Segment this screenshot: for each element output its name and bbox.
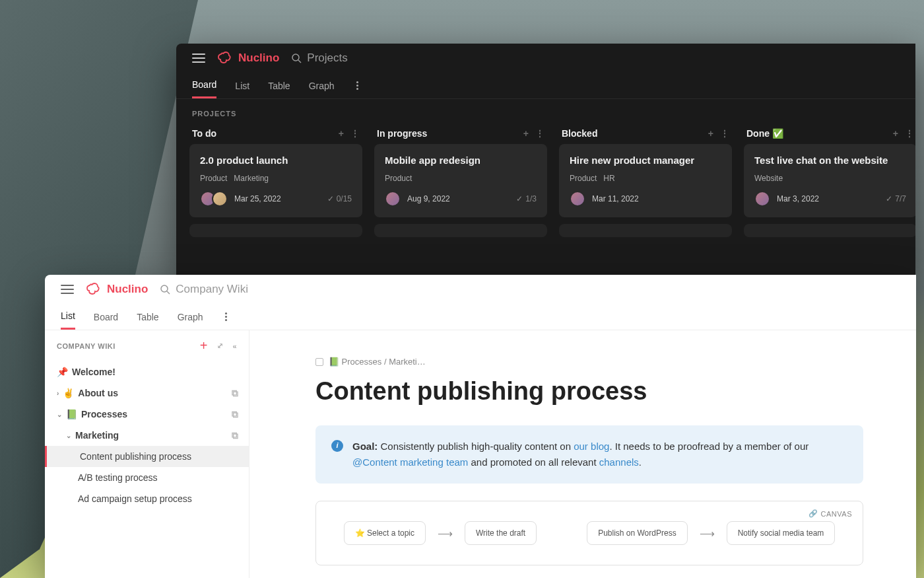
canvas-badge: 🔗 CANVAS — [808, 509, 852, 518]
tab-graph[interactable]: Graph — [178, 305, 203, 329]
board: To do +⋮ 2.0 product launch ProductMarke… — [176, 123, 915, 237]
card-date: Mar 11, 2022 — [592, 194, 639, 203]
menu-button[interactable] — [61, 285, 74, 294]
brain-icon — [86, 283, 103, 296]
tab-more-icon[interactable] — [353, 81, 362, 90]
copy-icon[interactable]: ⧉ — [232, 388, 238, 399]
menu-button[interactable] — [192, 54, 205, 63]
add-button[interactable]: + — [200, 338, 208, 353]
column-header: In progress +⋮ — [374, 123, 547, 144]
svg-point-0 — [292, 54, 299, 61]
tree-item-content-publishing[interactable]: Content publishing process — [45, 446, 249, 467]
search[interactable]: Company Wiki — [160, 283, 248, 296]
tree: 📌 Welcome! › ✌️ About us⧉ ⌄ 📗 Processes⧉… — [45, 361, 249, 509]
page-content: 📗 Processes / Marketi… Content publishin… — [249, 330, 916, 565]
card-tags: Website — [754, 174, 906, 183]
app-logo[interactable]: Nuclino — [217, 52, 279, 65]
column-header: To do +⋮ — [189, 123, 362, 144]
card[interactable]: Test live chat on the website Website Ma… — [744, 144, 915, 217]
info-icon: i — [331, 440, 343, 452]
flow-step[interactable]: Publish on WordPress — [587, 521, 688, 545]
tab-table[interactable]: Table — [137, 305, 158, 329]
card-title: Hire new product manager — [570, 155, 721, 166]
progress: ✓ 7/7 — [886, 194, 906, 203]
arrow-icon: ⟶ — [438, 527, 453, 540]
card[interactable] — [744, 224, 915, 237]
avatar[interactable] — [385, 191, 401, 207]
sidebar: COMPANY WIKI + ⤢ « 📌 Welcome! › ✌️ About… — [45, 330, 249, 578]
sidebar-header: COMPANY WIKI + ⤢ « — [45, 330, 249, 361]
tree-marketing[interactable]: ⌄ Marketing⧉ — [45, 425, 249, 446]
tab-graph[interactable]: Graph — [309, 74, 335, 98]
breadcrumb[interactable]: 📗 Processes / Marketi… — [315, 357, 863, 367]
search[interactable]: Projects — [291, 52, 347, 65]
add-card-button[interactable]: + — [893, 128, 898, 139]
add-card-button[interactable]: + — [523, 128, 529, 139]
search-icon — [160, 284, 170, 295]
flow-step[interactable]: Write the draft — [465, 521, 537, 545]
flow-step[interactable]: Notify social media team — [727, 521, 836, 545]
expand-icon[interactable]: ⤢ — [217, 342, 224, 350]
search-icon — [291, 53, 302, 63]
card-title: 2.0 product launch — [200, 155, 352, 166]
card-title: Test live chat on the website — [754, 155, 906, 166]
link-channels[interactable]: channels — [599, 456, 639, 468]
card[interactable]: 2.0 product launch ProductMarketing Mar … — [189, 144, 362, 217]
tree-about[interactable]: › ✌️ About us⧉ — [45, 382, 249, 404]
card[interactable] — [189, 224, 362, 237]
topbar: Nuclino Projects — [176, 44, 915, 73]
copy-icon[interactable]: ⧉ — [232, 409, 238, 420]
goal-callout: i Goal: Consistently publish high-qualit… — [315, 425, 863, 484]
tab-board[interactable]: Board — [94, 305, 118, 329]
card[interactable] — [559, 224, 732, 237]
flow-step[interactable]: ⭐ Select a topic — [344, 521, 426, 545]
column-header: Done ✅ +⋮ — [744, 123, 915, 144]
tree-processes[interactable]: ⌄ 📗 Processes⧉ — [45, 404, 249, 425]
card-title: Mobile app redesign — [385, 155, 537, 166]
tree-welcome[interactable]: 📌 Welcome! — [45, 361, 249, 382]
card[interactable]: Hire new product manager ProductHR Mar 1… — [559, 144, 732, 217]
tab-list[interactable]: List — [61, 304, 75, 330]
section-label: PROJECTS — [176, 99, 915, 123]
tab-more-icon[interactable] — [222, 312, 231, 321]
page-title: Content publishing process — [315, 377, 863, 406]
add-card-button[interactable]: + — [708, 128, 713, 139]
column-more-icon[interactable]: ⋮ — [350, 128, 360, 139]
svg-line-1 — [298, 60, 301, 63]
tree-item-ad-campaign[interactable]: Ad campaign setup process — [45, 488, 249, 509]
topbar: Nuclino Company Wiki — [45, 275, 916, 304]
app-logo[interactable]: Nuclino — [86, 283, 148, 296]
link-team[interactable]: @Content marketing team — [352, 456, 468, 468]
svg-line-3 — [167, 291, 170, 294]
card-tags: Product — [385, 174, 537, 183]
avatar[interactable] — [212, 191, 228, 207]
checkbox-icon[interactable] — [315, 358, 323, 366]
card[interactable] — [374, 224, 547, 237]
progress: ✓ 1/3 — [516, 194, 537, 203]
column-more-icon[interactable]: ⋮ — [720, 128, 729, 139]
column-more-icon[interactable]: ⋮ — [535, 128, 544, 139]
view-tabs: Board List Table Graph — [176, 73, 915, 99]
wiki-window: Nuclino Company Wiki List Board Table Gr… — [45, 275, 916, 578]
tree-item-ab-testing[interactable]: A/B testing process — [45, 467, 249, 488]
card-date: Mar 3, 2022 — [777, 194, 819, 203]
add-card-button[interactable]: + — [339, 128, 344, 139]
column-header: Blocked +⋮ — [559, 123, 732, 144]
tab-list[interactable]: List — [235, 74, 249, 98]
avatar[interactable] — [754, 191, 770, 207]
flow-diagram: ⭐ Select a topic ⟶ Write the draft Publi… — [329, 521, 849, 545]
tab-board[interactable]: Board — [192, 73, 216, 98]
copy-icon[interactable]: ⧉ — [232, 430, 238, 441]
svg-point-2 — [161, 285, 168, 292]
tab-table[interactable]: Table — [268, 74, 290, 98]
avatar[interactable] — [570, 191, 585, 207]
column-more-icon[interactable]: ⋮ — [905, 128, 914, 139]
link-blog[interactable]: our blog — [574, 441, 609, 452]
card-tags: ProductHR — [570, 174, 721, 183]
collapse-icon[interactable]: « — [232, 342, 237, 350]
card[interactable]: Mobile app redesign Product Aug 9, 2022 … — [374, 144, 547, 217]
card-date: Mar 25, 2022 — [234, 194, 281, 203]
canvas-embed[interactable]: 🔗 CANVAS ⭐ Select a topic ⟶ Write the dr… — [315, 501, 863, 565]
arrow-icon: ⟶ — [700, 527, 715, 540]
projects-window: Nuclino Projects Board List Table Graph … — [176, 44, 915, 275]
